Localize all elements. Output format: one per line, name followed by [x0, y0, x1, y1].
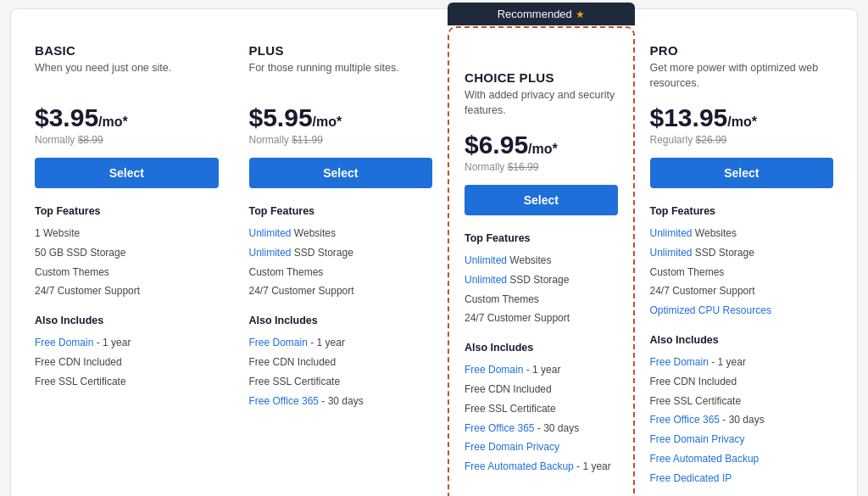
plans-row: BASICWhen you need just one site.$3.95/m…	[19, 26, 849, 496]
include-item: Free CDN Included	[35, 353, 219, 372]
recommended-label: Recommended	[498, 8, 572, 20]
plan-card-plus: PLUSFor those running multiple sites.$5.…	[234, 26, 448, 496]
feature-item: Optimized CPU Resources	[650, 301, 834, 320]
also-includes-list: Free Domain - 1 yearFree CDN IncludedFre…	[650, 353, 834, 488]
include-item: Free CDN Included	[249, 353, 433, 372]
also-includes-list: Free Domain - 1 yearFree CDN IncludedFre…	[465, 360, 618, 476]
include-item: Free Office 365 - 30 days	[650, 410, 834, 430]
feature-link: Unlimited	[465, 254, 507, 266]
top-features-list: Unlimited WebsitesUnlimited SSD StorageC…	[249, 224, 433, 301]
feature-item: Unlimited SSD Storage	[650, 243, 834, 263]
include-item: Free Domain - 1 year	[650, 353, 834, 372]
include-link[interactable]: Free Domain Privacy	[465, 441, 559, 453]
pricing-container: BASICWhen you need just one site.$3.95/m…	[10, 8, 858, 496]
feature-item: Custom Themes	[249, 263, 433, 282]
plan-original-price: Normally $16.99	[465, 161, 618, 173]
star-icon: ★	[576, 8, 585, 20]
include-link[interactable]: Free Automated Backup	[650, 453, 760, 465]
also-includes-title: Also Includes	[249, 315, 433, 326]
plan-price: $6.95/mo*	[465, 131, 618, 159]
also-includes-list: Free Domain - 1 yearFree CDN IncludedFre…	[35, 333, 219, 391]
include-item: Free SSL Certificate	[650, 392, 834, 411]
recommended-badge: Recommended★	[448, 3, 635, 25]
feature-item: Custom Themes	[35, 263, 219, 282]
include-item: Free Office 365 - 30 days	[249, 392, 433, 411]
top-features-title: Top Features	[465, 232, 618, 244]
include-link[interactable]: Free Office 365	[465, 422, 535, 434]
include-item: Free Office 365 - 30 days	[465, 419, 618, 438]
feature-item: 24/7 Customer Support	[35, 281, 219, 301]
feature-item: Unlimited SSD Storage	[249, 243, 433, 263]
also-includes-list: Free Domain - 1 yearFree CDN IncludedFre…	[249, 333, 433, 410]
include-item: Free Automated Backup - 1 year	[465, 457, 618, 476]
plan-card-choice-plus: CHOICE PLUSWith added privacy and securi…	[449, 53, 633, 496]
include-item: Free SSL Certificate	[465, 399, 618, 419]
top-features-title: Top Features	[249, 205, 433, 217]
feature-link: Unlimited	[650, 227, 693, 239]
include-link[interactable]: Free Dedicated IP	[650, 472, 732, 484]
top-features-list: Unlimited WebsitesUnlimited SSD StorageC…	[650, 224, 834, 320]
feature-link: Unlimited	[465, 274, 507, 286]
feature-item: Custom Themes	[465, 290, 618, 309]
plan-price: $5.95/mo*	[249, 103, 433, 132]
include-link[interactable]: Free Domain	[465, 364, 523, 376]
include-link[interactable]: Free Domain Privacy	[650, 433, 745, 445]
include-link[interactable]: Free Office 365	[249, 395, 320, 407]
include-item: Free Domain Privacy	[650, 430, 834, 449]
plan-name: BASIC	[35, 43, 219, 58]
select-button-pro[interactable]: Select	[650, 158, 834, 188]
feature-item: 24/7 Customer Support	[650, 281, 834, 301]
plan-description: For those running multiple sites.	[249, 61, 433, 92]
include-link[interactable]: Free Domain	[249, 337, 308, 348]
plan-description: Get more power with optimized web resour…	[650, 61, 834, 92]
top-features-list: 1 Website50 GB SSD StorageCustom Themes2…	[35, 224, 219, 301]
also-includes-title: Also Includes	[465, 342, 618, 354]
select-button-basic[interactable]: Select	[35, 158, 219, 188]
include-link[interactable]: Free Domain	[35, 337, 93, 348]
include-item: Free CDN Included	[650, 372, 834, 392]
recommended-wrapper: Recommended★CHOICE PLUSWith added privac…	[448, 26, 635, 496]
include-link[interactable]: Free Automated Backup	[465, 460, 574, 472]
include-link[interactable]: Free Domain	[650, 356, 709, 368]
top-features-list: Unlimited WebsitesUnlimited SSD StorageC…	[465, 251, 618, 328]
plan-name: PLUS	[249, 43, 433, 58]
top-features-title: Top Features	[35, 205, 219, 217]
plan-card-pro: PROGet more power with optimized web res…	[635, 26, 849, 496]
select-button-choice-plus[interactable]: Select	[465, 185, 618, 215]
feature-item: Unlimited Websites	[650, 224, 834, 243]
include-item: Free Domain - 1 year	[35, 333, 219, 353]
plan-name: CHOICE PLUS	[465, 70, 618, 85]
feature-link: Unlimited	[249, 227, 292, 239]
plan-name: PRO	[650, 43, 834, 58]
include-item: Free Domain Privacy	[465, 437, 618, 457]
include-item: Free Dedicated IP	[650, 469, 834, 488]
plan-price: $3.95/mo*	[35, 103, 219, 132]
feature-item: 50 GB SSD Storage	[35, 243, 219, 263]
include-item: Free CDN Included	[465, 380, 618, 399]
feature-item: 24/7 Customer Support	[249, 281, 433, 301]
top-features-title: Top Features	[650, 205, 834, 217]
include-item: Free Automated Backup	[650, 449, 834, 469]
select-button-plus[interactable]: Select	[249, 158, 433, 188]
feature-link: Unlimited	[650, 247, 693, 259]
include-item: Free Domain - 1 year	[249, 333, 433, 353]
include-item: Free SSL Certificate	[249, 372, 433, 392]
feature-link: Unlimited	[249, 247, 292, 259]
plan-description: When you need just one site.	[35, 61, 219, 92]
feature-item: 24/7 Customer Support	[465, 309, 618, 328]
plan-price: $13.95/mo*	[650, 103, 834, 132]
feature-item: Unlimited Websites	[249, 224, 433, 243]
plan-description: With added privacy and security features…	[465, 88, 618, 119]
plan-original-price: Normally $8.99	[35, 134, 219, 146]
also-includes-title: Also Includes	[35, 315, 219, 326]
feature-item: Unlimited Websites	[465, 251, 618, 270]
feature-link[interactable]: Optimized CPU Resources	[650, 304, 771, 316]
plan-card-basic: BASICWhen you need just one site.$3.95/m…	[19, 26, 234, 496]
include-item: Free SSL Certificate	[35, 372, 219, 392]
include-link[interactable]: Free Office 365	[650, 414, 721, 426]
plan-original-price: Normally $11.99	[249, 134, 433, 146]
feature-item: Unlimited SSD Storage	[465, 270, 618, 290]
also-includes-title: Also Includes	[650, 334, 834, 346]
feature-item: Custom Themes	[650, 263, 834, 282]
feature-item: 1 Website	[35, 224, 219, 243]
